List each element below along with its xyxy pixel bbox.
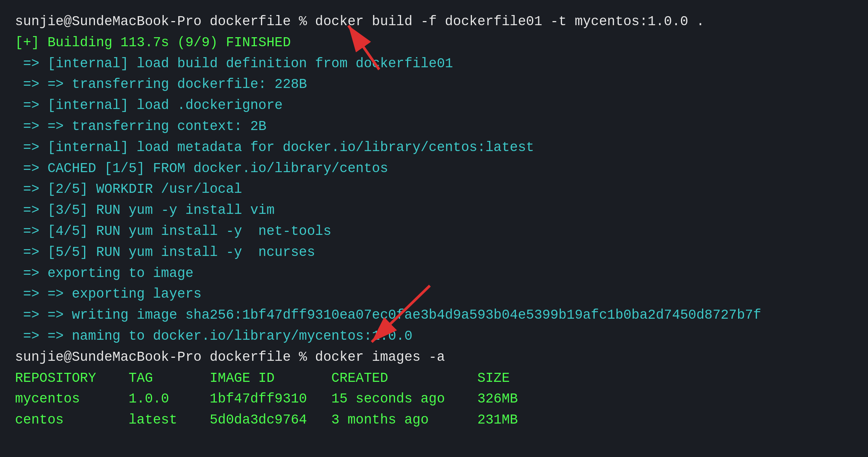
terminal-line-step11: => exporting to image [15,263,853,284]
terminal-line-step13: => => writing image sha256:1bf47dff9310e… [15,305,853,326]
terminal-line-step6: => CACHED [1/5] FROM docker.io/library/c… [15,158,853,179]
terminal-line-row1: mycentos 1.0.0 1bf47dff9310 15 seconds a… [15,389,853,410]
terminal-line-step8: => [3/5] RUN yum -y install vim [15,200,853,221]
terminal-line-cmd1: sunjie@SundeMacBook-Pro dockerfile % doc… [15,11,853,32]
terminal-line-step1: => [internal] load build definition from… [15,53,853,74]
terminal-line-step4: => => transferring context: 2B [15,116,853,137]
terminal-line-step12: => => exporting layers [15,284,853,305]
terminal-line-step7: => [2/5] WORKDIR /usr/local [15,179,853,200]
terminal-line-cmd2: sunjie@SundeMacBook-Pro dockerfile % doc… [15,347,853,368]
terminal-window: sunjie@SundeMacBook-Pro dockerfile % doc… [0,0,868,457]
terminal-line-step10: => [5/5] RUN yum install -y ncurses [15,242,853,263]
terminal-line-step5: => [internal] load metadata for docker.i… [15,137,853,158]
terminal-line-step3: => [internal] load .dockerignore [15,95,853,116]
terminal-line-row2: centos latest 5d0da3dc9764 3 months ago … [15,410,853,431]
terminal-line-step9: => [4/5] RUN yum install -y net-tools [15,221,853,242]
terminal-line-building: [+] Building 113.7s (9/9) FINISHED [15,32,853,53]
terminal-line-header: REPOSITORY TAG IMAGE ID CREATED SIZE [15,368,853,389]
terminal-line-step2: => => transferring dockerfile: 228B [15,74,853,95]
terminal-line-step14: => => naming to docker.io/library/mycent… [15,326,853,347]
